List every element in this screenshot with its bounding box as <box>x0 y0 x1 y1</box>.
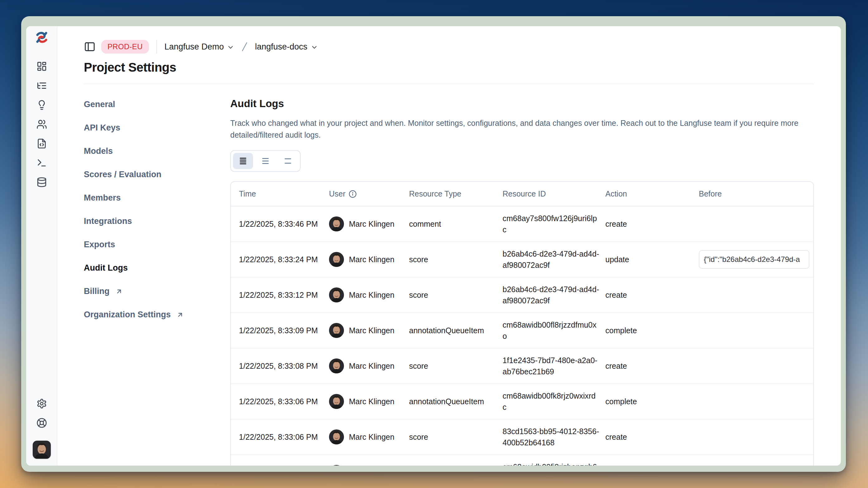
table-row: 1/22/2025, 8:33:06 PM Marc Klingen score… <box>231 420 813 455</box>
cell-time: 1/22/2025, 8:33:08 PM <box>231 354 329 378</box>
settings-nav-item-integrations[interactable]: Integrations <box>84 217 230 226</box>
table-header-row: Time User Resource Type Resource ID Acti… <box>231 182 813 206</box>
row-height-tall-button[interactable] <box>278 153 298 169</box>
column-header-action: Action <box>606 182 699 206</box>
cell-resource-id: cm68awidb00fk8rjz0wxixrdc <box>502 384 606 419</box>
user-avatar <box>329 287 344 302</box>
cell-time: 1/22/2025, 8:33:46 PM <box>231 212 329 236</box>
column-header-before: Before <box>699 182 813 206</box>
settings-nav-item-organization-settings[interactable]: Organization Settings <box>84 310 230 320</box>
table-row: 1/22/2025, 8:33:12 PM Marc Klingen score… <box>231 278 813 313</box>
section-title: Audit Logs <box>230 98 814 109</box>
nav-item-label: Audit Logs <box>84 263 128 273</box>
cell-resource-id: cm68awidb00fl8rjzzdfmu0xo <box>502 313 606 348</box>
cell-user: Marc Klingen <box>329 423 409 451</box>
settings-nav-item-scores-evaluation[interactable]: Scores / Evaluation <box>84 170 230 180</box>
terminal-icon[interactable] <box>36 158 47 168</box>
info-icon[interactable] <box>349 190 357 198</box>
cell-user: Marc Klingen <box>329 281 409 308</box>
account-avatar[interactable] <box>33 441 51 459</box>
cell-user: Marc Klingen <box>329 459 409 465</box>
file-code-icon[interactable] <box>36 138 47 149</box>
table-row: 1/22/2025, 8:33:04 PM Marc Klingen annot… <box>231 455 813 465</box>
section-description: Track who changed what in your project a… <box>230 117 807 141</box>
environment-badge: PROD-EU <box>101 40 149 54</box>
user-name: Marc Klingen <box>349 325 395 336</box>
user-name: Marc Klingen <box>349 218 395 230</box>
column-header-resource-type: Resource Type <box>409 182 502 206</box>
user-name: Marc Klingen <box>349 289 395 300</box>
cell-time: 1/22/2025, 8:33:12 PM <box>231 283 329 307</box>
settings-nav-item-members[interactable]: Members <box>84 193 230 203</box>
project-switcher[interactable]: langfuse-docs <box>255 42 318 52</box>
row-height-toggle-group <box>230 150 301 172</box>
user-avatar <box>329 217 344 231</box>
settings-nav-item-models[interactable]: Models <box>84 147 230 156</box>
user-name: Marc Klingen <box>349 360 395 371</box>
cell-resource-type: annotationQueueItem <box>409 319 502 342</box>
support-lifebuoy-icon[interactable] <box>36 418 47 428</box>
user-avatar <box>329 465 344 465</box>
nav-item-label: Exports <box>84 240 115 250</box>
external-link-icon <box>115 288 123 295</box>
rows-medium-icon <box>261 157 270 165</box>
cell-resource-type: score <box>409 425 502 449</box>
row-height-dense-button[interactable] <box>233 153 253 169</box>
cell-resource-type: comment <box>409 212 502 236</box>
cell-resource-id: 83cd1563-bb95-4012-8356-400b52b64168 <box>502 420 606 454</box>
cell-action: complete <box>606 319 699 342</box>
column-header-resource-id: Resource ID <box>502 182 606 206</box>
cell-action: update <box>606 248 699 271</box>
audit-logs-section: Audit Logs Track who changed what in you… <box>230 84 814 465</box>
before-json-chip[interactable]: {"id":"b26ab4c6-d2e3-479d-a <box>699 250 809 269</box>
rows-tall-icon <box>283 157 292 165</box>
settings-nav-item-general[interactable]: General <box>84 100 230 109</box>
cell-before: {"id":"b26ab4c6-d2e3-479d-a <box>699 244 813 275</box>
users-icon[interactable] <box>36 119 47 130</box>
sidebar-toggle-icon[interactable] <box>84 41 96 53</box>
traces-tree-icon[interactable] <box>36 80 47 91</box>
cell-before <box>699 218 813 230</box>
cell-action: create <box>606 283 699 307</box>
cell-time: 1/22/2025, 8:33:04 PM <box>231 461 329 465</box>
column-header-time: Time <box>231 182 329 206</box>
cell-action: create <box>606 425 699 449</box>
table-row: 1/22/2025, 8:33:08 PM Marc Klingen score… <box>231 349 813 384</box>
settings-nav-item-exports[interactable]: Exports <box>84 240 230 250</box>
breadcrumb: PROD-EU Langfuse Demo langfuse-docs <box>84 38 814 56</box>
cell-resource-type: annotationQueueItem <box>409 390 502 413</box>
cell-user: Marc Klingen <box>329 352 409 380</box>
cell-action: create <box>606 354 699 378</box>
cell-before <box>699 360 813 372</box>
settings-nav-item-api-keys[interactable]: API Keys <box>84 123 230 133</box>
main-area: PROD-EU Langfuse Demo langfuse-docs Proj… <box>57 26 841 465</box>
external-link-icon <box>176 311 184 319</box>
column-header-user: User <box>329 182 409 206</box>
cell-resource-type: score <box>409 283 502 307</box>
nav-item-label: Integrations <box>84 217 132 226</box>
breadcrumb-divider <box>156 40 157 54</box>
row-height-medium-button[interactable] <box>255 153 275 169</box>
settings-nav-item-audit-logs[interactable]: Audit Logs <box>84 263 230 273</box>
settings-nav-item-billing[interactable]: Billing <box>84 287 230 296</box>
user-avatar <box>329 429 344 445</box>
lightbulb-icon[interactable] <box>36 100 47 110</box>
cell-time: 1/22/2025, 8:33:24 PM <box>231 248 329 271</box>
dashboard-icon[interactable] <box>36 61 47 72</box>
nav-item-label: Organization Settings <box>84 310 171 320</box>
user-name: Marc Klingen <box>349 396 395 407</box>
cell-resource-id: cm68awidb00fj8rjzbanzqh6v <box>502 455 606 465</box>
table-row: 1/22/2025, 8:33:46 PM Marc Klingen comme… <box>231 206 813 242</box>
database-icon[interactable] <box>36 177 47 188</box>
chevron-down-icon <box>311 43 318 51</box>
nav-item-label: Models <box>84 147 113 156</box>
cell-resource-type: annotationQueueItem <box>409 461 502 465</box>
cell-user: Marc Klingen <box>329 317 409 344</box>
cell-user: Marc Klingen <box>329 210 409 238</box>
langfuse-logo-icon[interactable] <box>35 31 49 44</box>
icon-sidebar <box>26 26 57 465</box>
cell-resource-type: score <box>409 248 502 271</box>
settings-gear-icon[interactable] <box>36 398 47 409</box>
cell-user: Marc Klingen <box>329 246 409 273</box>
org-switcher[interactable]: Langfuse Demo <box>164 42 235 52</box>
